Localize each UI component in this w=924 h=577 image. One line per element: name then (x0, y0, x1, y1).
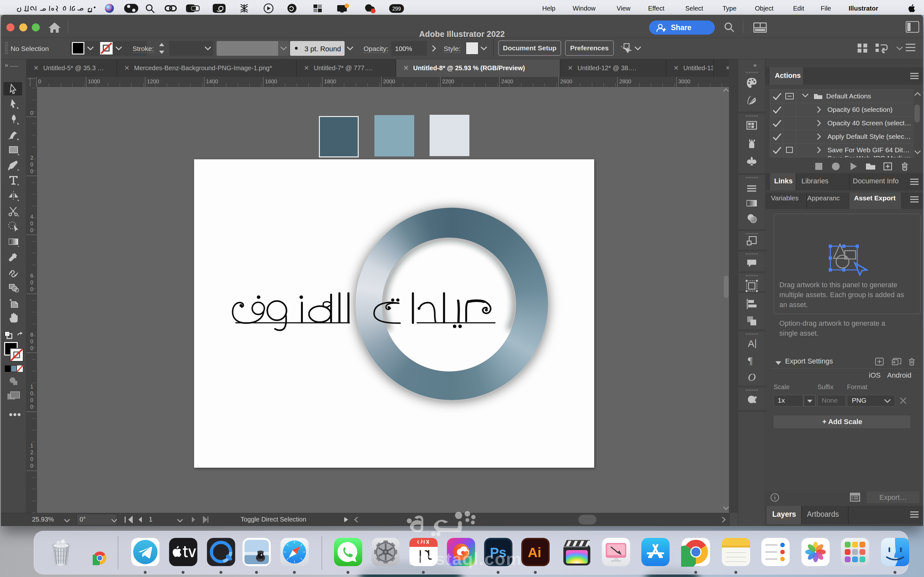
svg-text:299: 299 (393, 6, 401, 11)
svg-text:Ai: Ai (528, 545, 541, 560)
svg-text:O: O (748, 371, 756, 383)
svg-text:A: A (748, 338, 754, 349)
svg-text:¶: ¶ (748, 355, 753, 366)
